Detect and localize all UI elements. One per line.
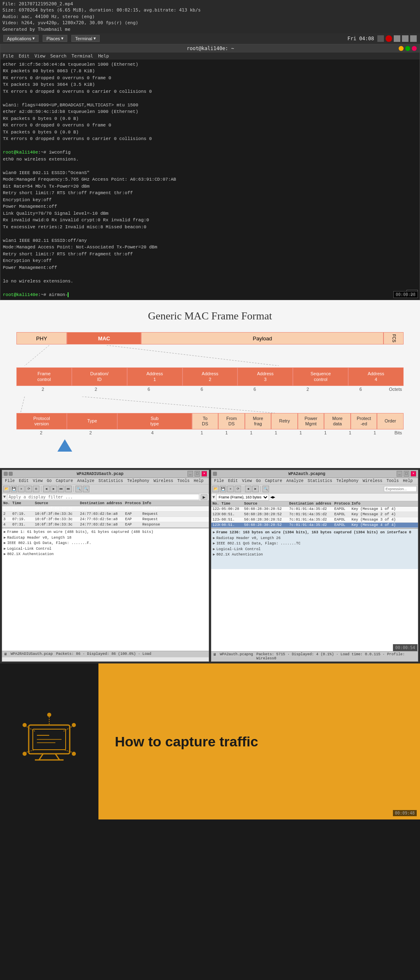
- menu-edit[interactable]: Edit: [19, 53, 30, 59]
- ws-right-detail-2[interactable]: ▶IEEE 802.11 QoS Data, Flags: .......TC: [213, 541, 416, 547]
- ws-right-menu-edit[interactable]: Edit: [226, 478, 240, 484]
- ws-right-tool-save[interactable]: 💾: [220, 486, 226, 492]
- ws-tool-last[interactable]: ⏭: [65, 486, 72, 492]
- maximize-button[interactable]: [405, 46, 410, 51]
- ws-tool-zoom-in[interactable]: 🔍: [75, 486, 82, 492]
- ws-tool-first[interactable]: ⏮: [58, 486, 64, 492]
- ws-left-menu-statistics[interactable]: Statistics: [96, 478, 125, 484]
- ws-tool-back[interactable]: ◀: [43, 486, 50, 492]
- ws-left-menu-edit[interactable]: Edit: [17, 478, 31, 484]
- ws-right-detail-0[interactable]: ▶Frame 1236: 163 bytes on wire (1304 bit…: [213, 530, 416, 536]
- ws-left-filter-icon: ▼: [3, 495, 6, 499]
- mac-frame-title: Generic MAC Frame Format: [16, 310, 404, 322]
- ws-right-menu-view[interactable]: View: [240, 478, 254, 484]
- ws-tool-fwd[interactable]: ▶: [50, 486, 57, 492]
- ws-right-menu-statistics[interactable]: Statistics: [306, 478, 334, 484]
- ws-right-tool-zoom[interactable]: 🔍: [262, 486, 269, 492]
- menu-help[interactable]: Help: [98, 53, 109, 59]
- ws-left-row-4[interactable]: 4 07:31. 10:6f:3f:0e:33:3c 24:77:03:d2:5…: [2, 522, 209, 528]
- ws-left-row-3[interactable]: 3 07:19. 10:6f:3f:0e:33:3c 24:77:03:d2:5…: [2, 517, 209, 522]
- ws-left-menu-telephony[interactable]: Telephony: [125, 478, 151, 484]
- ws-left-menu-go[interactable]: Go: [45, 478, 54, 484]
- sequence-control-cell: Sequencecontrol: [293, 367, 348, 386]
- ws-right-menu-analyze[interactable]: Analyze: [284, 478, 306, 484]
- apps-menu-btn[interactable]: Applications ▾: [3, 35, 39, 42]
- ws-left-menu-analyze[interactable]: Analyze: [75, 478, 96, 484]
- ws-right-menu-telephony[interactable]: Telephony: [334, 478, 361, 484]
- ws-right-expand-1: ▶: [213, 536, 215, 540]
- ws-tool-prefs[interactable]: ⚙: [33, 486, 39, 492]
- bits-1h: 1: [363, 430, 387, 435]
- ws-left-minimize[interactable]: _: [187, 471, 193, 477]
- ws-right-menu-capture[interactable]: Capture: [263, 478, 284, 484]
- menu-file[interactable]: File: [3, 53, 14, 59]
- ws-right-menu-file[interactable]: File: [212, 478, 226, 484]
- ws-right-menu-help[interactable]: Help: [401, 478, 415, 484]
- ws-right-title-status: WPA2auth.pcapng: [220, 652, 253, 661]
- ws-right-detail-4[interactable]: ▶802.1X Authentication: [213, 552, 416, 558]
- ws-left-menu-help[interactable]: Help: [192, 478, 205, 484]
- ws-right-close[interactable]: ×: [411, 471, 416, 477]
- ws-right-empty: [211, 569, 418, 651]
- ws-right-tool-open[interactable]: 📂: [212, 486, 219, 492]
- ws-tool-zoom-out[interactable]: 🔍: [83, 486, 89, 492]
- ws-tool-reload[interactable]: ⟳: [25, 486, 32, 492]
- ws-tool-save[interactable]: 💾: [11, 486, 17, 492]
- terminal-win-controls: [399, 46, 417, 51]
- ws-left-detail-1[interactable]: ▶Radiotap Header v0, Length 18: [4, 535, 207, 541]
- menu-terminal[interactable]: Terminal: [71, 53, 93, 59]
- ws-left-col-header: No. Time Source Destination address Prot…: [2, 501, 209, 506]
- ws-right-tool-close[interactable]: ✕: [227, 486, 234, 492]
- ws-tool-open[interactable]: 📂: [3, 486, 10, 492]
- ws-right-row-1[interactable]: 1224 05:00:28 50:60:28:30:20:52 7c:01:91…: [211, 507, 418, 512]
- ws-right-detail-1[interactable]: ▶Radiotap Header v0, Length 26: [213, 536, 416, 542]
- ws-right-detail-3[interactable]: ▶Logical-Link Control: [213, 547, 416, 553]
- ws-right-menu-tools[interactable]: Tools: [384, 478, 401, 484]
- ws-left-row-1[interactable]: 1 07:19. 10:6f:3f:0e:33:3c 24:77:03:d2:5…: [2, 506, 209, 512]
- ws-left-menu-view[interactable]: View: [31, 478, 45, 484]
- ws-right-row-4[interactable]: 1236 08:51. 50:60:28:30:20:52 7c:01:91:4…: [211, 523, 418, 528]
- ws-left-row-2[interactable]: 2 07:19. 10:6f:3f:0e:33:3c 24:77:03:d2:5…: [2, 512, 209, 517]
- terminal-content: ether 18:cf:5e:b6:e4:da txqueuelen 1000 …: [0, 60, 420, 300]
- menu-search[interactable]: Search: [50, 53, 67, 59]
- ws-right-tool-fwd[interactable]: ▶: [252, 486, 259, 492]
- ws-right-row-3[interactable]: 1234 08:51. 50:60:28:30:20:52 7c:01:91:4…: [211, 517, 418, 523]
- ws-right-minimize[interactable]: _: [397, 471, 402, 477]
- ws-right-filter-select[interactable]: Frame (Frame), 163 bytes: [216, 494, 269, 500]
- ws-right-menu-go[interactable]: Go: [254, 478, 263, 484]
- ws-left-menu-file[interactable]: File: [3, 478, 17, 484]
- menu-view[interactable]: View: [34, 53, 46, 59]
- ws-right-tool-reload[interactable]: ⟳: [235, 486, 241, 492]
- ws-left-detail-0[interactable]: ▶Frame 1: 61 bytes on wire (488 bits), 6…: [4, 530, 207, 535]
- minimize-button[interactable]: [399, 46, 404, 51]
- octets-2a: 2: [16, 387, 69, 392]
- ws-left-detail-4[interactable]: ▶802.1X Authentication: [4, 552, 207, 558]
- from-ds-cell: FromDS: [218, 413, 245, 429]
- ws-left-menu-tools[interactable]: Tools: [175, 478, 192, 484]
- ws-right-maximize[interactable]: □: [404, 471, 409, 477]
- bits-2a: 2: [16, 430, 66, 435]
- ws-right-expression-input[interactable]: [384, 486, 417, 492]
- ws-tool-close[interactable]: ✕: [18, 486, 25, 492]
- close-button[interactable]: [412, 46, 417, 51]
- ws-right-menu-wireless[interactable]: Wireless: [361, 478, 384, 484]
- ws-right-filter-bar: ▼ Frame (Frame), 163 bytes ◀▶: [211, 493, 418, 501]
- ws-left-menu-capture[interactable]: Capture: [54, 478, 75, 484]
- ws-left-close[interactable]: ×: [201, 471, 207, 477]
- bits-1d: 1: [264, 430, 288, 435]
- more-data-cell: Moredata: [324, 413, 351, 429]
- terminal-menu-btn[interactable]: Terminal ▾: [71, 35, 100, 42]
- ws-left-menu-wireless[interactable]: Wireless: [151, 478, 175, 484]
- ws-left-filter-input[interactable]: [7, 494, 199, 500]
- ws-right-tool-back[interactable]: ◀: [245, 486, 251, 492]
- address2-cell: Address2: [183, 367, 238, 386]
- capture-right-panel: How to capture traffic: [98, 663, 420, 819]
- places-menu-btn[interactable]: Places ▾: [43, 35, 67, 42]
- ws-left-detail-3[interactable]: ▶Logical-Link Control: [4, 546, 207, 552]
- ws-left-maximize[interactable]: □: [194, 471, 200, 477]
- ws-left-filter-apply[interactable]: ▶: [201, 494, 208, 500]
- ws-left-detail-2[interactable]: ▶IEEE 802.11 QoS Data, Flags: .......F.: [4, 541, 207, 546]
- ws-right-row-2[interactable]: 1230 08:51. 50:60:28:30:20:52 7c:01:91:4…: [211, 512, 418, 517]
- ws-right-col-dst: Destination address: [288, 501, 333, 506]
- subtype-cell: Subtype: [117, 413, 192, 429]
